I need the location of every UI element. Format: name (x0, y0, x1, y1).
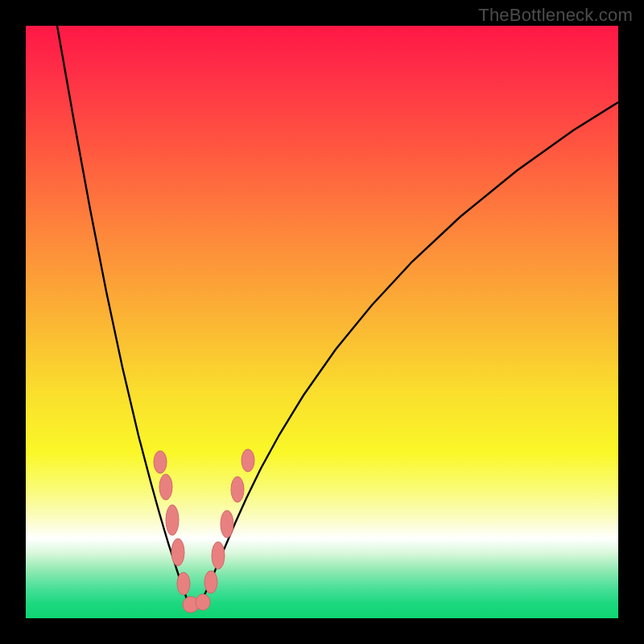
marker-ellipse (154, 451, 167, 473)
chart-frame: TheBottleneck.com (0, 0, 644, 644)
marker-ellipse (196, 594, 210, 610)
marker-ellipse (221, 510, 233, 538)
plot-area (26, 26, 618, 618)
curve-right-branch (201, 102, 618, 601)
marker-ellipse (177, 572, 190, 595)
watermark-text: TheBottleneck.com (478, 5, 633, 26)
marker-ellipse (242, 449, 254, 472)
marker-ellipse (231, 477, 244, 502)
chart-svg (26, 26, 618, 618)
marker-ellipse (159, 474, 172, 500)
marker-ellipse (171, 539, 184, 566)
marker-ellipse (166, 505, 179, 535)
marker-ellipse (212, 542, 225, 569)
curve-group (57, 26, 618, 609)
markers-group (154, 449, 254, 613)
marker-ellipse (204, 571, 217, 593)
